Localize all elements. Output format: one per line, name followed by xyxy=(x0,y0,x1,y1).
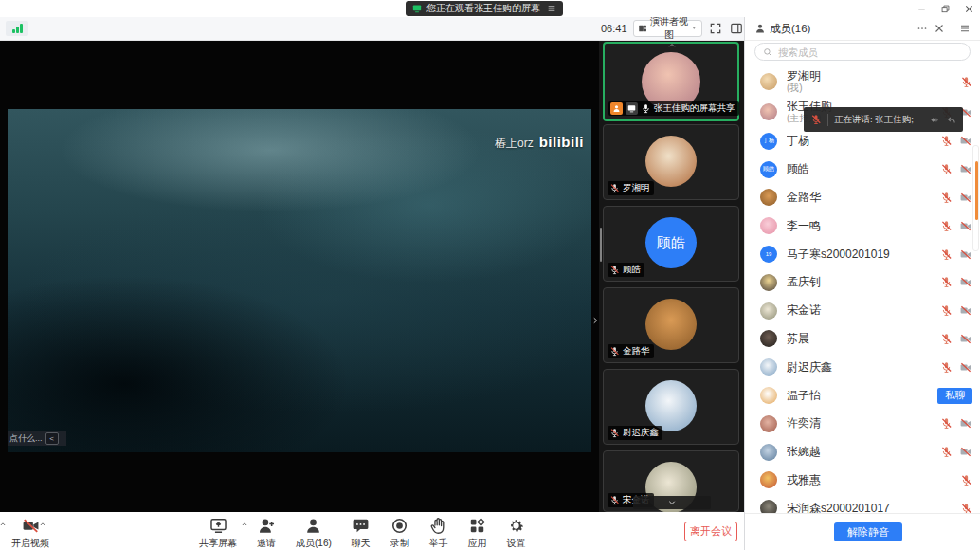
member-row[interactable]: 19马子寒s2000201019 xyxy=(745,240,980,268)
side-panel-toggle-button[interactable] xyxy=(729,21,744,36)
toolbar-button-share-screen[interactable]: 共享屏幕 xyxy=(199,517,237,550)
member-info: 金路华 xyxy=(787,192,940,204)
video-tile[interactable]: 张王佳购的屏幕共享 xyxy=(603,42,739,121)
photo-red-avatar xyxy=(760,415,777,432)
member-info: 温子怡 xyxy=(787,390,937,402)
photo-blue-avatar xyxy=(760,444,777,461)
tile-name-chip: 金路华 xyxy=(608,344,654,358)
audio-options-chevron-icon[interactable] xyxy=(0,521,8,528)
leave-meeting-button[interactable]: 离开会议 xyxy=(684,522,737,541)
member-name: 孟庆钊 xyxy=(787,276,940,288)
muted-mic-icon xyxy=(609,183,620,193)
toast-menu-icon[interactable] xyxy=(547,4,556,13)
blue-initials-avatar: 丁杨 xyxy=(760,133,777,150)
share-options-chevron-icon[interactable] xyxy=(240,521,249,528)
member-row[interactable]: 戎雅惠 xyxy=(745,467,980,495)
member-row[interactable]: 许奕清 xyxy=(745,410,980,438)
speaking-toast: 正在讲话: 张王佳购; xyxy=(804,107,963,132)
member-row[interactable]: 金路华 xyxy=(745,184,980,212)
toolbar-button-members[interactable]: 成员(16) xyxy=(296,517,332,550)
network-signal-icon xyxy=(6,21,28,36)
video-tile[interactable]: 尉迟庆鑫 xyxy=(603,369,739,445)
danmaku-collapse-button[interactable]: < xyxy=(45,432,59,445)
toolbar-button-chat[interactable]: 聊天 xyxy=(352,517,371,550)
member-row[interactable]: 孟庆钊 xyxy=(745,268,980,297)
dark-photo2-avatar xyxy=(760,500,777,514)
member-name: 顾皓 xyxy=(787,163,940,175)
screen-sharing-badge xyxy=(626,102,638,115)
blue-initials-avatar: 19 xyxy=(760,246,777,263)
thumbnails-scrollbar[interactable] xyxy=(600,228,602,262)
video-options-chevron-icon[interactable] xyxy=(38,521,47,528)
panel-more-button[interactable] xyxy=(915,20,932,37)
muted-mic-icon xyxy=(940,417,953,430)
member-status-icons xyxy=(940,417,972,430)
member-name: 罗湘明 xyxy=(787,70,960,82)
member-row[interactable]: 宋润森s2000201017 xyxy=(745,494,980,514)
minimize-button[interactable] xyxy=(916,4,927,14)
member-name: 马子寒s2000201019 xyxy=(787,248,940,261)
member-row[interactable]: 温子怡私聊 xyxy=(745,381,980,410)
member-name: 尉迟庆鑫 xyxy=(787,361,940,374)
member-status-icons xyxy=(940,135,972,147)
member-row[interactable]: 张婉越 xyxy=(745,438,980,467)
muted-mic-icon xyxy=(609,495,620,505)
screen-share-icon xyxy=(412,4,422,13)
member-list: 罗湘明(我)张王佳购(主持人)丁杨丁杨顾皓顾皓金路华李一鸣19马子寒s20002… xyxy=(745,66,980,514)
speaker-view-icon xyxy=(638,24,647,33)
member-name: 许奕清 xyxy=(787,417,940,430)
shared-screen-area: 椿上orz bilibili 点什么... < xyxy=(0,40,599,512)
toolbar-button-record[interactable]: 录制 xyxy=(390,517,409,550)
member-row[interactable]: 尉迟庆鑫 xyxy=(745,353,980,381)
chevron-right-icon[interactable] xyxy=(590,313,599,328)
video-tile[interactable]: 金路华 xyxy=(603,287,739,363)
toolbar-button-raise-hand[interactable]: 举手 xyxy=(429,517,448,550)
fullscreen-button[interactable] xyxy=(708,21,723,36)
muted-camera-icon xyxy=(959,361,972,374)
member-info: 丁杨 xyxy=(787,135,940,147)
member-list-scrollbar-thumb[interactable] xyxy=(975,161,978,220)
member-row[interactable]: 罗湘明(我) xyxy=(745,66,980,97)
close-button[interactable] xyxy=(964,4,974,14)
tile-name-label: 顾皓 xyxy=(623,264,641,276)
muted-camera-icon xyxy=(959,276,972,288)
muted-mic-icon xyxy=(940,248,953,261)
private-chat-button[interactable]: 私聊 xyxy=(937,388,972,404)
panel-menu-button[interactable] xyxy=(957,20,974,37)
window-titlebar: 您正在观看张王佳购的屏幕 xyxy=(0,0,980,17)
muted-camera-icon xyxy=(959,220,972,232)
speaking-toast-text: 正在讲话: 张王佳购; xyxy=(834,114,924,126)
muted-camera-icon xyxy=(959,333,972,345)
video-tile[interactable]: 顾皓顾皓 xyxy=(603,206,739,282)
toolbar-button-settings[interactable]: 设置 xyxy=(507,517,526,550)
scroll-down-overlay[interactable] xyxy=(633,496,711,509)
member-info: 宋金诺 xyxy=(787,304,940,317)
member-search-box[interactable] xyxy=(754,43,971,61)
toolbar-button-apps[interactable]: 应用 xyxy=(468,517,487,550)
reply-arrow-icon[interactable] xyxy=(946,115,956,125)
orange-cartoon-avatar xyxy=(760,471,777,488)
member-row[interactable]: 宋金诺 xyxy=(745,297,980,325)
window-controls xyxy=(916,1,974,16)
unmute-button[interactable]: 解除静音 xyxy=(834,522,902,541)
member-row[interactable]: 苏晨 xyxy=(745,325,980,354)
video-tile[interactable]: 罗湘明 xyxy=(603,124,739,200)
members-panel: 成员(16) 罗湘明(我)张王佳购(主持人)丁杨丁杨顾皓顾皓金路华李一鸣19马子… xyxy=(744,17,980,550)
duck-avatar xyxy=(760,387,777,404)
video-thumbnails-column: 张王佳购的屏幕共享罗湘明顾皓顾皓金路华尉迟庆鑫宋金诺 xyxy=(599,40,744,512)
tile-name-label: 罗湘明 xyxy=(623,182,650,194)
muted-mic-icon xyxy=(940,304,953,317)
member-search-input[interactable] xyxy=(776,46,962,59)
view-mode-button[interactable]: 演讲者视图 xyxy=(633,20,702,37)
member-name: 张婉越 xyxy=(787,446,940,458)
restore-button[interactable] xyxy=(940,4,951,14)
member-row[interactable]: 李一鸣 xyxy=(745,211,980,240)
pink-anime-avatar xyxy=(760,217,777,234)
meeting-toolbar: 开启视频 共享屏幕邀请成员(16)聊天录制举手应用设置 离开会议 xyxy=(0,512,744,550)
toolbar-button-invite[interactable]: 邀请 xyxy=(257,517,276,550)
start-video-label: 开启视频 xyxy=(11,537,49,550)
danmaku-input-bar[interactable]: 点什么... < xyxy=(8,431,66,446)
member-row[interactable]: 顾皓顾皓 xyxy=(745,156,980,184)
chevron-up-icon[interactable] xyxy=(665,41,679,50)
panel-close-button[interactable] xyxy=(932,20,949,37)
